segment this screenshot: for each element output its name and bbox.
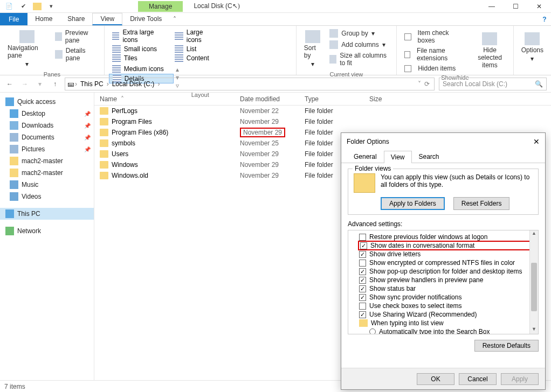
reset-folders-button[interactable]: Reset Folders — [453, 197, 510, 210]
file-name-extensions-toggle[interactable]: File name extensions — [401, 46, 469, 63]
folder-icon — [100, 161, 108, 169]
restore-defaults-button[interactable]: Restore Defaults — [474, 340, 539, 352]
advanced-setting-item[interactable]: Use check boxes to select items — [359, 302, 535, 310]
group-by-icon — [329, 29, 338, 38]
contextual-tab-manage[interactable]: Manage — [138, 1, 183, 12]
group-by-button[interactable]: Group by ▾ — [326, 28, 392, 39]
details-pane-button[interactable]: Details pane — [52, 46, 100, 63]
column-size[interactable]: Size — [364, 93, 407, 105]
file-date: November 22 — [235, 107, 299, 115]
up-button[interactable]: ↑ — [50, 79, 60, 89]
tab-drive-tools[interactable]: Drive Tools — [122, 13, 169, 25]
sidebar-quick-access[interactable]: Quick access — [0, 96, 94, 108]
sidebar-videos[interactable]: Videos — [0, 191, 94, 202]
advanced-setting-item[interactable]: Show drive letters — [359, 250, 535, 258]
layout-content[interactable]: Content — [171, 54, 225, 62]
recent-locations-button[interactable]: ▾ — [35, 79, 45, 89]
advanced-setting-item[interactable]: Show sync provider notifications — [359, 293, 535, 302]
dialog-tab-search[interactable]: Search — [412, 150, 446, 163]
hide-selected-button[interactable]: Hide selected items — [471, 28, 508, 73]
sidebar-documents[interactable]: Documents📌 — [0, 131, 94, 143]
navigation-pane-button[interactable]: Navigation pane ▾ — [4, 28, 50, 70]
advanced-setting-item[interactable]: Show status bar — [359, 284, 535, 293]
breadcrumb-sep-icon: › — [157, 80, 160, 88]
advanced-setting-item[interactable]: Restore previous folder windows at logon — [359, 233, 535, 241]
qat-folder-icon[interactable] — [31, 1, 43, 12]
hidden-items-toggle[interactable]: Hidden items — [401, 64, 469, 73]
advanced-setting-label: Show status bar — [369, 285, 416, 292]
advanced-setting-item[interactable]: Automatically type into the Search Box — [359, 327, 535, 334]
layout-list[interactable]: List — [171, 45, 225, 53]
checkbox-icon — [359, 311, 366, 318]
search-box[interactable]: Search Local Disk (C:) 🔍 — [439, 78, 547, 90]
advanced-setting-item[interactable]: Use Sharing Wizard (Recommended) — [359, 310, 535, 319]
dialog-tab-general[interactable]: General — [347, 150, 384, 163]
advanced-scrollbar[interactable]: ▲ ▼ — [529, 230, 538, 334]
item-check-boxes-toggle[interactable]: Item check boxes — [401, 28, 469, 45]
quick-access-icon — [5, 97, 14, 106]
size-all-columns-button[interactable]: Size all columns to fit — [326, 51, 392, 68]
sidebar-this-pc[interactable]: This PC — [0, 208, 94, 220]
collapse-ribbon-icon[interactable]: ˄ — [169, 13, 180, 25]
scroll-thumb[interactable] — [531, 263, 537, 311]
scroll-down-icon[interactable]: ▼ — [530, 326, 538, 334]
table-row[interactable]: PerfLogsNovember 22File folder — [94, 106, 551, 116]
advanced-setting-item[interactable]: Show dates in conversational format — [358, 241, 536, 250]
advanced-setting-item[interactable]: Show pop-up description for folder and d… — [359, 267, 535, 276]
sidebar-network[interactable]: Network — [0, 225, 94, 237]
small-icons-icon — [112, 45, 121, 53]
sidebar-mach2-1[interactable]: mach2-master — [0, 155, 94, 167]
refresh-icon[interactable]: ⟳ — [422, 80, 432, 88]
apply-button[interactable]: Apply — [501, 373, 539, 385]
dialog-tabs: General View Search — [341, 150, 545, 163]
forward-button[interactable]: → — [19, 79, 30, 89]
layout-scroll-up-icon[interactable]: ▴ — [176, 66, 179, 73]
dialog-tab-view[interactable]: View — [384, 151, 412, 163]
qat-dropdown-icon[interactable]: ▾ — [45, 1, 57, 12]
help-icon[interactable]: ? — [538, 13, 551, 25]
sidebar-mach2-2[interactable]: mach2-master — [0, 167, 94, 179]
minimize-button[interactable]: — — [480, 0, 504, 13]
sidebar-pictures[interactable]: Pictures📌 — [0, 143, 94, 155]
sidebar-desktop[interactable]: Desktop📌 — [0, 108, 94, 120]
breadcrumb-local-disk[interactable]: Local Disk (C:) — [110, 80, 157, 88]
add-columns-button[interactable]: Add columns ▾ — [326, 39, 392, 50]
layout-medium[interactable]: Medium icons — [109, 65, 174, 73]
ok-button[interactable]: OK — [417, 373, 454, 385]
checkbox-icon — [404, 65, 411, 72]
maximize-button[interactable]: ☐ — [504, 0, 527, 13]
options-icon — [525, 32, 540, 45]
close-button[interactable]: ✕ — [527, 0, 551, 13]
column-type[interactable]: Type — [299, 93, 364, 105]
address-bar[interactable]: 🖴 › This PC › Local Disk (C:) › ˅ ⟳ — [65, 78, 435, 90]
breadcrumb-this-pc[interactable]: This PC — [78, 80, 106, 88]
tab-file[interactable]: File — [0, 13, 27, 25]
advanced-setting-item[interactable]: Show encrypted or compressed NTFS files … — [359, 258, 535, 267]
layout-tiles[interactable]: Tiles — [109, 54, 169, 62]
options-button[interactable]: Options ▾ — [518, 28, 547, 66]
layout-extra-large[interactable]: Extra large icons — [109, 28, 169, 44]
cancel-button[interactable]: Cancel — [459, 373, 497, 385]
column-name[interactable]: Name ˄ — [94, 93, 235, 105]
address-dropdown-icon[interactable]: ˅ — [418, 80, 421, 88]
qat-new-folder-icon[interactable]: ✔ — [17, 1, 29, 12]
scroll-up-icon[interactable]: ▲ — [530, 230, 538, 238]
apply-to-folders-button[interactable]: Apply to Folders — [381, 197, 445, 210]
table-row[interactable]: Program FilesNovember 29File folder — [94, 116, 551, 127]
column-date[interactable]: Date modified — [235, 93, 299, 105]
layout-large[interactable]: Large icons — [171, 28, 225, 44]
sort-by-button[interactable]: Sort by ▾ — [301, 28, 325, 70]
layout-small[interactable]: Small icons — [109, 45, 169, 53]
tab-home[interactable]: Home — [27, 13, 60, 25]
advanced-setting-item[interactable]: When typing into list view — [359, 319, 535, 327]
advanced-setting-item[interactable]: Show preview handlers in preview pane — [359, 276, 535, 284]
preview-pane-button[interactable]: Preview pane — [52, 28, 100, 45]
tab-view[interactable]: View — [92, 13, 122, 25]
qat-properties-icon[interactable]: 📄 — [3, 1, 15, 12]
sidebar-music[interactable]: Music — [0, 179, 94, 191]
music-icon — [10, 180, 18, 189]
dialog-close-icon[interactable]: ✕ — [533, 137, 540, 146]
tab-share[interactable]: Share — [60, 13, 92, 25]
back-button[interactable]: ← — [4, 79, 15, 89]
sidebar-downloads[interactable]: Downloads📌 — [0, 120, 94, 131]
